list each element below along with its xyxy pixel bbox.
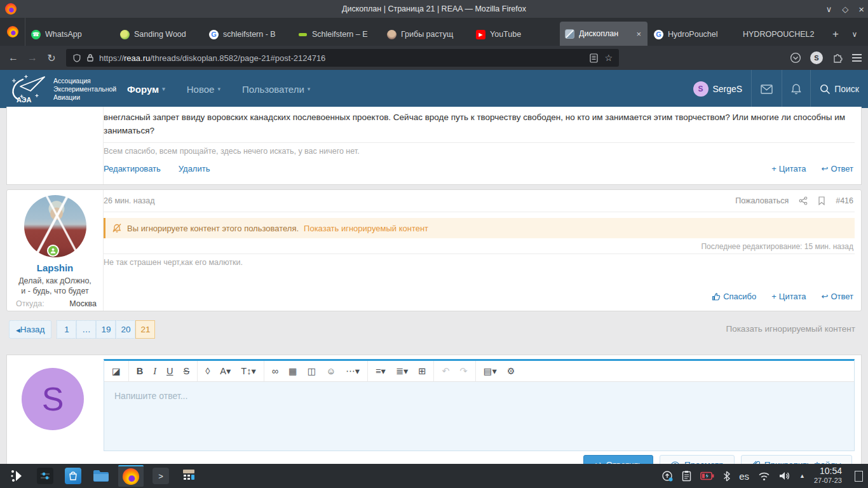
new-tab-button[interactable]: +: [826, 23, 845, 46]
close-button[interactable]: ×: [858, 4, 864, 15]
tab-hydropouchel[interactable]: G HydroPouchel: [649, 23, 736, 46]
wifi-icon[interactable]: [758, 471, 770, 481]
username-link[interactable]: Lapshin: [7, 262, 103, 273]
nav-forum[interactable]: Форум▾: [127, 84, 165, 95]
updates-tray-icon[interactable]: [661, 470, 673, 482]
lock-icon[interactable]: [86, 53, 94, 62]
battery-low-icon[interactable]: [700, 471, 714, 480]
volume-icon[interactable]: [779, 471, 790, 481]
keyboard-layout-indicator[interactable]: es: [739, 471, 749, 482]
mail-icon[interactable]: [761, 85, 773, 94]
like-link[interactable]: Спасибо: [712, 292, 756, 301]
account-icon[interactable]: S: [810, 51, 823, 64]
reply-link[interactable]: ↩Ответ: [822, 164, 854, 173]
quote-link[interactable]: +Цитата: [771, 164, 806, 173]
youtube-icon: ▶: [476, 30, 485, 39]
forward-button[interactable]: →: [23, 52, 42, 64]
more-options-icon[interactable]: ⋯▾: [341, 362, 365, 381]
tab-diskoplan-active[interactable]: Дископлан ×: [560, 22, 648, 46]
maximize-button[interactable]: ◇: [842, 4, 848, 14]
share-icon[interactable]: [799, 196, 808, 205]
tab-sanding-wood[interactable]: Sanding Wood: [115, 23, 203, 46]
screen: Дископлан | Страница 21 | REAA — Mozilla…: [0, 0, 868, 488]
pocket-icon[interactable]: [790, 52, 801, 64]
tab-schleifstern-site[interactable]: Schleifstern – E: [293, 23, 381, 46]
smilie-icon[interactable]: ☺: [321, 362, 341, 381]
post-timestamp[interactable]: 26 мин. назад: [104, 196, 155, 205]
report-link[interactable]: Пожаловаться: [735, 196, 789, 205]
tab-schleifstern-search[interactable]: G schleifstern - B: [204, 23, 292, 46]
reload-button[interactable]: ↻: [42, 52, 61, 64]
insert-link-icon[interactable]: ∞: [267, 362, 283, 381]
insert-media-icon[interactable]: ◫: [302, 362, 322, 381]
terminal-icon[interactable]: >: [150, 465, 172, 487]
tab-youtube[interactable]: ▶ YouTube: [471, 23, 559, 46]
show-ignored-content-link[interactable]: Показать игнорируемый контент: [726, 324, 855, 334]
remove-format-icon[interactable]: ◪: [107, 362, 126, 381]
page-back-button[interactable]: ◂Назад: [9, 320, 51, 339]
current-user-avatar[interactable]: S: [22, 368, 84, 430]
page-ellipsis[interactable]: …: [76, 320, 96, 339]
text-color-icon[interactable]: ◊: [200, 362, 215, 381]
list-icon[interactable]: ≣▾: [391, 362, 413, 381]
quote-link[interactable]: +Цитата: [771, 292, 806, 301]
font-family-icon[interactable]: A▾: [215, 362, 236, 381]
firefox-pinned-icon[interactable]: [0, 18, 25, 46]
list-tabs-button[interactable]: ∨: [845, 23, 864, 46]
search-button[interactable]: Поиск: [820, 84, 859, 95]
reply-link[interactable]: ↩Ответ: [822, 292, 854, 301]
drafts-icon[interactable]: ▤▾: [478, 362, 502, 381]
app-launcher-icon[interactable]: [6, 465, 28, 487]
tab-mushrooms[interactable]: Грибы растущ: [382, 23, 470, 46]
forum-logo[interactable]: АЭА Ассоциация Экспериментальной Авиации: [9, 74, 116, 104]
url-text[interactable]: https://reaa.ru/threads/diskoplan.8582/p…: [99, 53, 585, 63]
page-button-1[interactable]: 1: [57, 320, 76, 339]
clipboard-tray-icon[interactable]: [682, 470, 691, 482]
bluetooth-icon[interactable]: [723, 471, 730, 482]
bold-icon[interactable]: B: [132, 362, 148, 381]
current-user-chip[interactable]: S SergeS: [693, 81, 743, 97]
nav-users[interactable]: Пользователи▾: [242, 84, 310, 95]
url-bar[interactable]: https://reaa.ru/threads/diskoplan.8582/p…: [66, 49, 619, 67]
post-number[interactable]: #416: [836, 196, 853, 205]
bookmark-star-icon[interactable]: ☆: [604, 53, 613, 63]
alignment-icon[interactable]: ≡▾: [370, 362, 391, 381]
insert-image-icon[interactable]: ▦: [283, 362, 302, 381]
tray-expander-icon[interactable]: ▲: [799, 473, 805, 479]
strikethrough-icon[interactable]: S: [179, 362, 195, 381]
editor-settings-gear-icon[interactable]: ⚙: [502, 362, 520, 381]
undo-icon[interactable]: ↶: [437, 362, 454, 381]
tab-hydropouchel2[interactable]: HYDROPOUCHEL2: [738, 23, 825, 46]
page-button-19[interactable]: 19: [96, 320, 116, 339]
firefox-task-active[interactable]: [118, 465, 144, 487]
calculator-icon[interactable]: [178, 465, 200, 487]
system-settings-icon[interactable]: [34, 465, 56, 487]
reply-text-area[interactable]: Напишите ответ...: [104, 382, 854, 451]
reader-mode-icon[interactable]: [590, 53, 598, 63]
delete-link[interactable]: Удалить: [179, 164, 210, 173]
from-value[interactable]: Москва: [69, 299, 97, 308]
tab-whatsapp[interactable]: ☎ WhatsApp: [26, 23, 114, 46]
shield-icon[interactable]: [72, 53, 81, 63]
clock[interactable]: 10:54 27-07-23: [814, 466, 842, 485]
underline-icon[interactable]: U: [161, 362, 178, 381]
page-button-20[interactable]: 20: [116, 320, 135, 339]
nav-new[interactable]: Новое▾: [187, 84, 220, 95]
font-size-icon[interactable]: T↕▾: [236, 362, 261, 381]
discover-store-icon[interactable]: [62, 465, 84, 487]
bookmark-icon[interactable]: [818, 196, 825, 205]
minimize-button[interactable]: ∨: [826, 4, 832, 14]
extensions-puzzle-icon[interactable]: [832, 52, 843, 64]
page-button-current-21[interactable]: 21: [135, 320, 155, 339]
edit-link[interactable]: Редактировать: [104, 164, 161, 173]
menu-hamburger-icon[interactable]: [852, 57, 862, 58]
alerts-bell-icon[interactable]: [791, 83, 801, 95]
show-ignored-content-link[interactable]: Показать игнорируемый контент: [304, 224, 428, 233]
insert-table-icon[interactable]: ⊞: [413, 362, 431, 381]
italic-icon[interactable]: I: [148, 362, 161, 381]
back-button[interactable]: ←: [4, 52, 23, 64]
show-desktop-button[interactable]: [855, 471, 863, 482]
redo-icon[interactable]: ↷: [455, 362, 473, 381]
tab-close-icon[interactable]: ×: [635, 29, 642, 39]
file-manager-icon[interactable]: [90, 465, 112, 487]
